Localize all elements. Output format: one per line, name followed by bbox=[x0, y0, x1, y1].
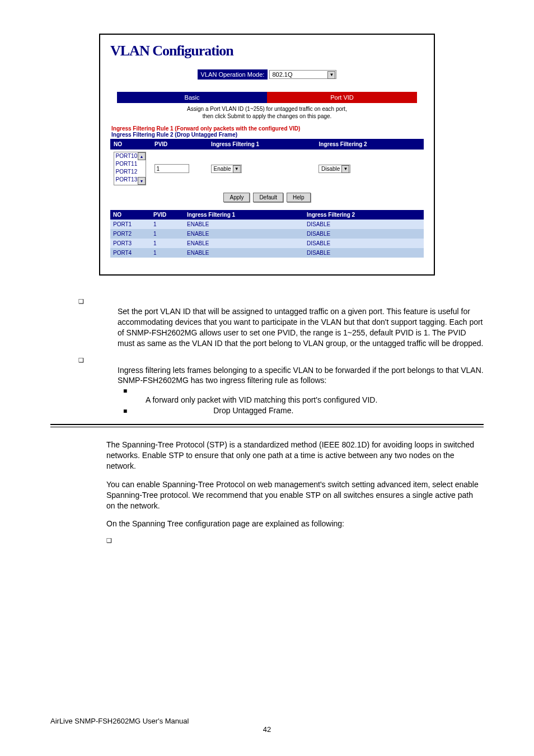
pvid-paragraph: Set the port VLAN ID that will be assign… bbox=[118, 306, 484, 349]
table-cell: PORT3 bbox=[110, 239, 151, 248]
ingress-sub2-row: ■ Drop Untagged Frame. bbox=[123, 405, 484, 416]
status-table: NO PVID Ingress Filtering 1 Ingress Filt… bbox=[110, 210, 424, 258]
button-row: Apply Default Help bbox=[110, 192, 424, 202]
ingress-sub2: Drop Untagged Frame. bbox=[213, 406, 293, 415]
chevron-down-icon[interactable]: ▼ bbox=[341, 165, 349, 173]
table-cell: DISABLE bbox=[304, 239, 424, 248]
table-cell: DISABLE bbox=[304, 220, 424, 229]
section-divider bbox=[50, 424, 484, 427]
port-list-item[interactable]: PORT11 bbox=[114, 160, 146, 168]
table-cell: ENABLE bbox=[184, 239, 304, 248]
op-mode-label: VLAN Operation Mode: bbox=[198, 69, 268, 80]
col-if2: Ingress Filtering 2 bbox=[316, 139, 424, 150]
col-no: NO bbox=[111, 139, 152, 150]
stp-para-3: On the Spanning Tree configuration page … bbox=[106, 519, 484, 529]
st-col-if1: Ingress Filtering 1 bbox=[184, 210, 304, 220]
col-pvid: PVID bbox=[152, 139, 208, 150]
st-col-if2: Ingress Filtering 2 bbox=[304, 210, 424, 220]
table-cell: 1 bbox=[151, 248, 184, 258]
page-number: 42 bbox=[50, 725, 484, 734]
port-list[interactable]: ▲ PORT10 PORT11 PORT12 PORT13 ▼ bbox=[114, 152, 146, 185]
table-cell: PORT1 bbox=[110, 220, 151, 229]
chevron-down-icon[interactable]: ▼ bbox=[327, 71, 335, 79]
table-row: PORT21ENABLEDISABLE bbox=[110, 229, 424, 239]
vlan-config-screenshot: VLAN Configuration VLAN Operation Mode: … bbox=[99, 34, 435, 276]
table-cell: ENABLE bbox=[184, 229, 304, 239]
table-cell: 1 bbox=[151, 229, 184, 239]
table-cell: 1 bbox=[151, 239, 184, 248]
op-mode-select[interactable]: 802.1Q ▼ bbox=[269, 70, 336, 79]
stp-para-1: The Spanning-Tree Protocol (STP) is a st… bbox=[106, 440, 484, 472]
table-row: PORT11ENABLEDISABLE bbox=[110, 220, 424, 229]
bullet-square-icon: ❑ bbox=[78, 298, 484, 305]
tab-basic[interactable]: Basic bbox=[117, 92, 267, 103]
screenshot-title: VLAN Configuration bbox=[110, 43, 424, 59]
tab-port-vid[interactable]: Port VID bbox=[267, 92, 417, 103]
table-cell: ENABLE bbox=[184, 220, 304, 229]
table-cell: PORT4 bbox=[110, 248, 151, 258]
rule-2-text: Ingress Filtering Rule 2 (Drop Untagged … bbox=[111, 132, 423, 138]
apply-button[interactable]: Apply bbox=[223, 193, 250, 202]
scroll-down-icon[interactable]: ▼ bbox=[138, 177, 146, 185]
if2-select[interactable]: Disable ▼ bbox=[318, 165, 350, 173]
st-col-pvid: PVID bbox=[151, 210, 184, 220]
help-button[interactable]: Help bbox=[287, 193, 311, 202]
port-list-item[interactable]: PORT12 bbox=[114, 168, 146, 176]
table-row: PORT41ENABLEDISABLE bbox=[110, 248, 424, 258]
table-cell: PORT2 bbox=[110, 229, 151, 239]
scroll-up-icon[interactable]: ▲ bbox=[138, 152, 146, 160]
bullet-filled-icon: ■ bbox=[123, 407, 127, 415]
bullet-filled-icon: ■ bbox=[123, 387, 484, 395]
tab-description: Assign a Port VLAN ID (1~255) for untagg… bbox=[117, 105, 417, 120]
table-cell: DISABLE bbox=[304, 248, 424, 258]
default-button[interactable]: Default bbox=[253, 193, 283, 202]
manual-title: AirLive SNMP-FSH2602MG User's Manual bbox=[50, 717, 484, 725]
bullet-square-icon: ❑ bbox=[106, 537, 484, 544]
if1-select[interactable]: Enable ▼ bbox=[211, 165, 242, 173]
stp-para-2: You can enable Spanning-Tree Protocol on… bbox=[106, 479, 484, 511]
col-if1: Ingress Filtering 1 bbox=[208, 139, 316, 150]
rule-lines: Ingress Filtering Rule 1 (Forward only p… bbox=[111, 125, 423, 138]
bullet-square-icon: ❑ bbox=[78, 357, 484, 364]
table-cell: DISABLE bbox=[304, 229, 424, 239]
tab-row: Basic Port VID bbox=[117, 92, 417, 103]
ingress-sub1: A forward only packet with VID matching … bbox=[146, 395, 484, 405]
config-table: NO PVID Ingress Filtering 1 Ingress Filt… bbox=[110, 139, 424, 188]
table-cell: 1 bbox=[151, 220, 184, 229]
op-mode-row: VLAN Operation Mode: 802.1Q ▼ bbox=[110, 69, 424, 80]
op-mode-value: 802.1Q bbox=[272, 71, 292, 78]
ingress-paragraph: Ingress filtering lets frames belonging … bbox=[118, 365, 484, 386]
pvid-input[interactable] bbox=[154, 164, 189, 173]
rule-1-text: Ingress Filtering Rule 1 (Forward only p… bbox=[111, 125, 423, 132]
table-row: PORT31ENABLEDISABLE bbox=[110, 239, 424, 248]
st-col-no: NO bbox=[110, 210, 151, 220]
chevron-down-icon[interactable]: ▼ bbox=[233, 165, 241, 173]
table-cell: ENABLE bbox=[184, 248, 304, 258]
footer: AirLive SNMP-FSH2602MG User's Manual 42 bbox=[50, 717, 484, 734]
